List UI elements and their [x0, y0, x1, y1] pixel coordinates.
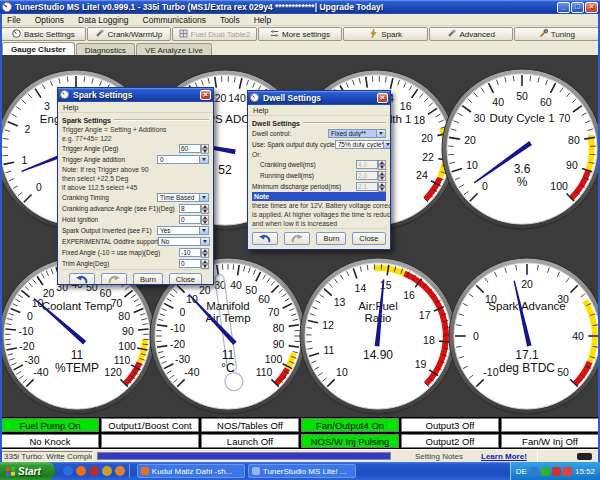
- maximize-button[interactable]: □: [571, 2, 584, 13]
- svg-text:10: 10: [466, 159, 478, 171]
- svg-text:-30: -30: [24, 354, 39, 366]
- toolbar-tuning-button[interactable]: Tuning: [514, 27, 599, 41]
- spinner-hold-ignition[interactable]: 0: [179, 215, 209, 224]
- gauge-value: 14.90: [363, 348, 393, 362]
- tray-error-icon[interactable]: [563, 467, 572, 476]
- gauge-value: 11: [222, 348, 235, 362]
- menu-help[interactable]: Help: [247, 15, 278, 25]
- gauge-title: Manifold: [206, 300, 249, 312]
- start-button[interactable]: Start: [0, 462, 55, 480]
- learn-more-link[interactable]: Learn More!: [481, 452, 527, 461]
- spinner-trigger-angle-deg-[interactable]: 60: [179, 144, 209, 153]
- menu-data-logging[interactable]: Data Logging: [71, 15, 136, 25]
- taskbar-window-tunerstudio-ms-lite-[interactable]: TunerStudio MS Lite! ...: [248, 464, 356, 478]
- spinner-cranking-advance-angle-see-f1-deg-[interactable]: 8: [179, 204, 209, 213]
- close-button[interactable]: ×: [585, 2, 598, 13]
- spinner-fixed-angle-10-use-map-deg-[interactable]: -10: [179, 248, 209, 257]
- spinner-minimum-discharge-period-ms-: 2.1: [356, 182, 386, 191]
- svg-text:20: 20: [521, 278, 533, 290]
- quicklaunch-app3-icon[interactable]: [115, 466, 125, 476]
- minimize-button[interactable]: _: [557, 2, 570, 13]
- dialog-titlebar[interactable]: Dwell Settings×: [248, 91, 390, 105]
- tab-diagnostics[interactable]: Diagnostics: [76, 43, 135, 55]
- dialog-titlebar[interactable]: Spark Settings×: [58, 88, 213, 102]
- toolbar-basic-settings-button[interactable]: Basic Settings: [1, 27, 86, 41]
- clock: 15:52: [575, 467, 595, 476]
- svg-text:-10: -10: [483, 366, 498, 378]
- gauge-value: 3.6: [514, 162, 531, 176]
- svg-text:18: 18: [413, 114, 425, 126]
- redo-button: [284, 232, 310, 245]
- menu-tools[interactable]: Tools: [213, 15, 247, 25]
- dropdown-arrow-icon[interactable]: [199, 194, 208, 201]
- dropdown-use-spark-output-duty-cycle[interactable]: 75% duty cycle**: [335, 140, 390, 149]
- dropdown-experimental-oddfire-support[interactable]: No: [158, 237, 210, 246]
- toolbar-spark-button[interactable]: Spark: [343, 27, 428, 41]
- connection-indicator-icon: [577, 453, 592, 460]
- spinner-trim-angle-deg-[interactable]: 0: [179, 259, 209, 268]
- tray-status-red-icon[interactable]: [552, 467, 561, 476]
- task-buttons: Kudui Matiz Dahi -sh...TunerStudio MS Li…: [134, 464, 356, 478]
- dropdown-arrow-icon[interactable]: [376, 130, 385, 137]
- toolbar-advanced-button[interactable]: Advanced: [429, 27, 514, 41]
- window-icon: [252, 467, 260, 475]
- dropdown-cranking-timing[interactable]: Time Based: [157, 193, 209, 202]
- statusbar-separator: [537, 451, 538, 462]
- svg-text:16: 16: [400, 100, 412, 112]
- field-label: Trigger Angle (Deg): [62, 145, 118, 152]
- svg-text:80: 80: [273, 322, 285, 334]
- menu-communications[interactable]: Communications: [136, 15, 213, 25]
- taskbar-window-kudui-matiz-dahi-sh-[interactable]: Kudui Matiz Dahi -sh...: [137, 464, 245, 478]
- dropdown-dwell-control-[interactable]: Fixed duty**: [328, 129, 386, 138]
- svg-text:70: 70: [268, 306, 280, 318]
- field-label: EXPERIMENTAL Oddfire support: [62, 238, 158, 245]
- menu-file[interactable]: File: [0, 15, 28, 25]
- tab-gauge-cluster[interactable]: Gauge Cluster: [2, 42, 75, 55]
- burn-button[interactable]: Burn: [133, 273, 163, 284]
- dialog-close-icon[interactable]: ×: [377, 93, 388, 103]
- svg-text:19: 19: [415, 358, 427, 370]
- svg-text:0: 0: [180, 306, 186, 318]
- field-label: Minimum discharge period(ms): [252, 183, 341, 190]
- indicator-output1-boost-cont: Output1/Boost Cont: [100, 417, 200, 433]
- dialog-title: Dwell Settings: [263, 93, 374, 103]
- tray-network-icon[interactable]: [530, 467, 539, 476]
- menu-options[interactable]: Options: [28, 15, 71, 25]
- windows-flag-icon: [6, 466, 15, 476]
- dialog-close-icon[interactable]: ×: [200, 90, 211, 100]
- svg-text:1: 1: [22, 154, 28, 166]
- dropdown-arrow-icon[interactable]: [383, 141, 390, 148]
- tab-ve-analyze-live[interactable]: VE Analyze Live: [136, 43, 212, 55]
- dialog-help-menu[interactable]: Help: [248, 105, 390, 116]
- svg-text:18: 18: [423, 334, 435, 346]
- quicklaunch-app2-icon[interactable]: [102, 466, 112, 476]
- quicklaunch-app1-icon[interactable]: [89, 466, 99, 476]
- svg-text:22: 22: [422, 151, 434, 163]
- spinner-running-dwell-ms-: 2.0: [356, 171, 386, 180]
- svg-text:70: 70: [559, 112, 571, 124]
- toolbar-more-settings-button[interactable]: More settings: [258, 27, 343, 41]
- undo-button[interactable]: [69, 273, 95, 284]
- toolbar-crank-warmup-button[interactable]: Crank/WarmUp: [87, 27, 172, 41]
- tray-status-green-icon[interactable]: [541, 467, 550, 476]
- dropdown-spark-output-inverted-see-f1-[interactable]: Yes: [157, 226, 209, 235]
- dropdown-arrow-icon[interactable]: [199, 156, 208, 163]
- progress-bar: [97, 452, 391, 460]
- svg-text:-20: -20: [170, 338, 185, 350]
- dialog-help-menu[interactable]: Help: [58, 102, 213, 113]
- gauge-spark-advance: -1001020304050Spark Advance17.1deg BTDC: [449, 258, 600, 414]
- keyboard-layout[interactable]: DE: [516, 467, 527, 476]
- table-icon: [179, 29, 188, 40]
- quicklaunch-firefox-icon[interactable]: [76, 466, 86, 476]
- close-button[interactable]: Close: [352, 232, 385, 245]
- dropdown-arrow-icon[interactable]: [199, 227, 208, 234]
- dropdown-arrow-icon[interactable]: [200, 238, 209, 245]
- quicklaunch-ie-icon[interactable]: [63, 466, 73, 476]
- redo-button: [101, 273, 127, 284]
- undo-button[interactable]: [252, 232, 278, 245]
- close-button[interactable]: Close: [169, 273, 202, 284]
- svg-text:10: 10: [336, 366, 348, 378]
- burn-button[interactable]: Burn: [316, 232, 346, 245]
- dropdown-trigger-angle-addition[interactable]: 0: [157, 155, 209, 164]
- field-label: Trigger Angle addition: [62, 156, 125, 163]
